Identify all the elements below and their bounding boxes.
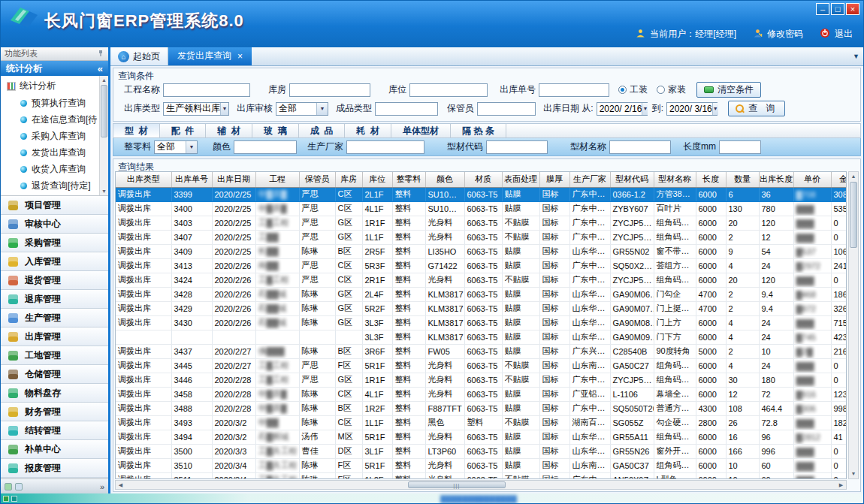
location-input[interactable]: [409, 83, 488, 97]
pin-icon[interactable]: [97, 50, 104, 59]
column-header[interactable]: 出库长度: [759, 172, 793, 187]
profile-name-input[interactable]: [609, 140, 671, 154]
column-header[interactable]: 工程: [255, 172, 299, 187]
sidebar-item-purchase[interactable]: 采购管理: [1, 234, 108, 252]
tab-close-icon[interactable]: ×: [237, 52, 243, 61]
column-header[interactable]: 长度: [696, 172, 726, 187]
table-row[interactable]: 调拨出库34302020/2/26石▓▓城陈琳G区3L3F整料KLM381760…: [116, 315, 847, 330]
sidebar-item-return-goods[interactable]: 退货管理: [1, 271, 108, 290]
material-tab[interactable]: 玻 璃: [252, 124, 299, 137]
tree-scrollbar[interactable]: ▲ ▼: [99, 76, 108, 195]
sidebar-item-inbound[interactable]: 入库管理: [1, 252, 108, 271]
panel-icon-b[interactable]: [15, 483, 23, 490]
sidebar-item-site[interactable]: 工地管理: [1, 346, 108, 365]
table-row[interactable]: 调拨出库35002020/3/3工▓共工程曹佳D区3L1F整料LT3P60606…: [116, 444, 847, 458]
scroll-left-icon[interactable]: ◀: [116, 481, 125, 489]
table-row[interactable]: 调拨出库34942020/3/2石▓辉城汤伟M区5R1F整料光身料6063-T5…: [116, 430, 847, 444]
whole-piece-select[interactable]: 全部 ▼: [154, 140, 198, 154]
minimize-button[interactable]: –: [816, 3, 829, 15]
sidebar-item-audit[interactable]: 审核中心: [1, 215, 108, 234]
table-row[interactable]: 调拨出库34032020/2/25工▓工程严思G区1R1F整料光身料6063-T…: [116, 216, 847, 230]
sidebar-item-outbound[interactable]: 出库管理: [1, 327, 108, 346]
material-tab[interactable]: 辅 材: [206, 124, 252, 137]
outbound-type-select[interactable]: 生产领料出库 ▼: [163, 102, 229, 116]
table-row[interactable]: 调拨出库33992020/2/25华▓原▓严思C区2L1F整料SU10…6063…: [116, 187, 847, 201]
scroll-right-icon[interactable]: ▶: [836, 481, 846, 489]
vertical-scroll-thumb[interactable]: [850, 182, 857, 248]
tree-item[interactable]: 采购入库查询: [1, 128, 108, 144]
tab-shipping-outbound-query[interactable]: 发货出库查询 ×: [168, 47, 252, 65]
sidebar-item-scrap[interactable]: 报废管理: [1, 459, 108, 478]
column-header[interactable]: 单价: [793, 172, 831, 187]
tree-item[interactable]: 在途信息查询[待: [1, 111, 108, 128]
column-header[interactable]: 生产厂家: [569, 172, 610, 187]
sidebar-item-warehouse[interactable]: 仓储管理: [1, 365, 108, 384]
maximize-button[interactable]: □: [831, 3, 844, 15]
material-tab[interactable]: 耗 材: [345, 124, 391, 137]
sidebar-item-finance[interactable]: 财务管理: [1, 403, 108, 421]
table-row[interactable]: 调拨出库34882020/2/28华▓原▓陈琳B区1R2F整料F887TFT60…: [116, 401, 847, 415]
date-from-picker[interactable]: 2020/ 2/16 ▼: [597, 102, 648, 116]
profile-code-input[interactable]: [486, 140, 548, 154]
column-header[interactable]: 材质: [464, 172, 502, 187]
column-header[interactable]: 保管员: [299, 172, 335, 187]
column-header[interactable]: 表面处理: [502, 172, 539, 187]
panel-icon-a[interactable]: [5, 483, 12, 490]
column-header[interactable]: 出库类型: [116, 172, 171, 187]
clear-conditions-button[interactable]: 清空条件: [696, 82, 761, 98]
vertical-scrollbar[interactable]: ▲ ▼: [848, 171, 859, 479]
date-to-picker[interactable]: 2020/ 3/16 ▼: [666, 102, 717, 116]
tree-root[interactable]: 统计分析: [1, 78, 108, 95]
material-tab[interactable]: 隔 热 条: [451, 124, 506, 137]
tab-overflow-icon[interactable]: ▼: [853, 53, 859, 60]
product-type-input[interactable]: [375, 102, 438, 116]
project-name-input[interactable]: [163, 83, 250, 97]
logout-button[interactable]: 退出: [835, 28, 853, 41]
table-row[interactable]: 调拨出库35102020/3/4工▓共工程陈琳F区5R1F整料光身料6063-T…: [116, 458, 847, 472]
tree-scroll-thumb[interactable]: [101, 85, 107, 137]
sidebar-item-carryover[interactable]: 结转管理: [1, 421, 108, 440]
color-input[interactable]: [234, 140, 297, 154]
sidebar-item-return-store[interactable]: 退库管理: [1, 290, 108, 309]
table-row[interactable]: 调拨出库34452020/2/27工▓工程严思F区5R1F整料光身料6063-T…: [116, 358, 847, 373]
stats-section-header[interactable]: 统计分析 «: [1, 61, 108, 76]
table-row[interactable]: 3L3F整料KLM38176063-T5贴膜国标山东华…GA90M09…门下方6…: [116, 330, 847, 344]
order-no-input[interactable]: [539, 83, 609, 97]
material-tab[interactable]: 配 件: [160, 124, 207, 137]
close-button[interactable]: ×: [846, 3, 859, 15]
tree-item[interactable]: 预算执行查询: [1, 95, 108, 111]
tree-item[interactable]: 退货查询[待定]: [1, 177, 108, 194]
scroll-down-icon[interactable]: ▼: [849, 469, 858, 478]
column-header[interactable]: 数量: [726, 172, 759, 187]
change-password-link[interactable]: 修改密码: [767, 28, 803, 41]
material-tab[interactable]: 成 品: [299, 124, 346, 137]
warehouse-input[interactable]: [289, 83, 370, 97]
column-header[interactable]: 整零料: [392, 172, 425, 187]
table-row[interactable]: 调拨出库34582020/2/28华▓原▓陈琳C区4L1F整料光身料6063-T…: [116, 387, 847, 401]
manufacturer-input[interactable]: [346, 140, 424, 154]
material-tab[interactable]: 单体型材: [391, 124, 451, 137]
length-input[interactable]: [719, 140, 761, 154]
sidebar-item-project[interactable]: 项目管理: [1, 196, 108, 215]
scroll-down-icon[interactable]: ▼: [100, 187, 108, 195]
column-header[interactable]: 出库日期: [212, 172, 255, 187]
radio-gongzhuang[interactable]: 工装: [618, 83, 648, 96]
column-header[interactable]: 出库单号: [171, 172, 212, 187]
tree-item[interactable]: 收货入库查询: [1, 161, 108, 177]
table-row[interactable]: 调拨出库34242020/2/26工▓工程严思C区2R1F整料光身料6063-T…: [116, 273, 847, 287]
table-row[interactable]: 调拨出库34002020/2/25华▓原▓严思C区4L1F整料SU10…6063…: [116, 201, 847, 216]
column-header[interactable]: 型材代码: [610, 172, 654, 187]
tab-home[interactable]: ⌂ 起始页: [110, 47, 168, 65]
table-row[interactable]: 调拨出库34132020/2/26南▓▓严思C区5R3F整料G714226063…: [116, 258, 847, 273]
custodian-input[interactable]: [477, 102, 536, 116]
more-panels-icon[interactable]: »: [100, 482, 104, 491]
scroll-up-icon[interactable]: ▲: [100, 76, 108, 84]
column-header[interactable]: 膜厚: [539, 172, 569, 187]
horizontal-scrollbar[interactable]: ◀ ||| ▶: [115, 480, 847, 490]
sidebar-item-replenish[interactable]: 补单中心: [1, 440, 108, 459]
collapse-icon[interactable]: «: [98, 63, 103, 74]
column-header[interactable]: 库位: [362, 172, 392, 187]
scroll-up-icon[interactable]: ▲: [849, 172, 858, 181]
table-row[interactable]: 调拨出库34072020/2/25工▓▓严思G区1L1F整料光身料6063-T5…: [116, 230, 847, 244]
outbound-audit-select[interactable]: 全部 ▼: [276, 102, 328, 116]
